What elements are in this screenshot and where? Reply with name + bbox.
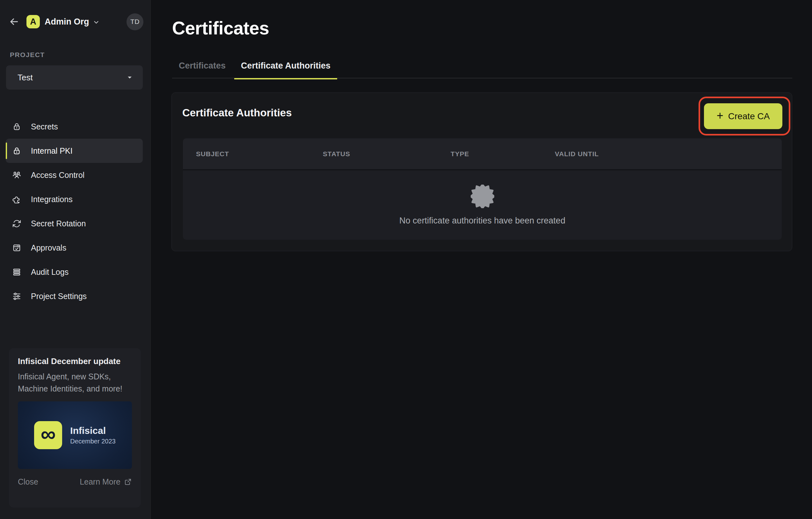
banner-brand: Infisical [70, 425, 115, 436]
update-card: Infisical December update Infisical Agen… [9, 348, 141, 508]
sidebar-item-secret-rotation[interactable]: Secret Rotation [6, 211, 143, 236]
infisical-logo: ∞ [34, 421, 62, 449]
stacked-rows-icon [12, 267, 21, 277]
tab-certificate-authorities[interactable]: Certificate Authorities [234, 54, 337, 79]
update-card-title: Infisical December update [18, 356, 132, 366]
arrow-left-icon [9, 17, 19, 27]
project-select-value: Test [18, 73, 33, 83]
org-name[interactable]: Admin Org [45, 17, 89, 27]
learn-more-link[interactable]: Learn More [80, 477, 132, 487]
project-select[interactable]: Test [6, 65, 143, 90]
page-title: Certificates [172, 19, 269, 38]
ca-table: SUBJECT STATUS TYPE VALID UNTIL No certi… [183, 138, 782, 240]
sidebar-item-project-settings[interactable]: Project Settings [6, 284, 143, 308]
sidebar-item-label: Approvals [31, 243, 66, 253]
project-section-label: PROJECT [10, 51, 45, 59]
org-avatar[interactable]: A [26, 15, 40, 28]
create-ca-label: Create CA [728, 111, 770, 121]
seal-starburst-icon [471, 184, 494, 208]
sidebar-nav: Secrets Internal PKI [6, 114, 143, 308]
sidebar: A Admin Org TD PROJECT Test [0, 0, 151, 519]
empty-state-text: No certificate authorities have been cre… [399, 216, 566, 226]
column-header-status: STATUS [323, 150, 451, 158]
sidebar-item-internal-pki[interactable]: Internal PKI [6, 139, 143, 163]
sidebar-item-access-control[interactable]: Access Control [6, 163, 143, 187]
ca-table-empty-state: No certificate authorities have been cre… [183, 171, 782, 240]
plus-icon: + [717, 110, 723, 121]
column-header-type: TYPE [451, 150, 555, 158]
org-bar: A Admin Org TD [9, 13, 143, 30]
puzzle-icon [12, 195, 21, 204]
banner-text: Infisical December 2023 [70, 425, 115, 445]
main-content: Certificates Certificates Certificate Au… [151, 0, 812, 519]
learn-more-label: Learn More [80, 477, 120, 487]
close-button[interactable]: Close [18, 477, 38, 487]
infinity-icon: ∞ [41, 423, 56, 444]
banner-subtitle: December 2023 [70, 438, 115, 445]
user-avatar[interactable]: TD [126, 13, 143, 30]
rotate-icon [12, 219, 21, 228]
create-ca-button[interactable]: + Create CA [704, 103, 782, 129]
sidebar-item-secrets[interactable]: Secrets [6, 114, 143, 139]
sidebar-item-label: Secrets [31, 122, 58, 131]
sidebar-item-label: Integrations [31, 195, 72, 204]
section-title: Certificate Authorities [182, 107, 292, 119]
lock-icon [12, 146, 21, 155]
column-header-subject: SUBJECT [183, 150, 323, 158]
window-check-icon [12, 243, 21, 253]
chevron-down-icon[interactable] [93, 19, 100, 26]
certificate-authorities-card: Certificate Authorities + Create CA SUBJ… [171, 92, 792, 251]
sidebar-item-label: Internal PKI [31, 146, 72, 155]
sidebar-item-label: Access Control [31, 171, 84, 180]
sidebar-item-label: Secret Rotation [31, 219, 86, 228]
sidebar-item-approvals[interactable]: Approvals [6, 236, 143, 260]
back-button[interactable] [9, 16, 20, 27]
external-link-icon [124, 478, 132, 486]
sidebar-item-label: Project Settings [31, 292, 87, 301]
caret-down-icon [125, 73, 134, 82]
users-icon [12, 171, 21, 180]
column-header-valid-until: VALID UNTIL [555, 150, 782, 158]
active-indicator-bar [6, 143, 7, 159]
sidebar-item-integrations[interactable]: Integrations [6, 187, 143, 211]
tab-certificates[interactable]: Certificates [172, 54, 232, 79]
update-card-body: Infisical Agent, new SDKs, Machine Ident… [18, 370, 132, 395]
ca-table-header: SUBJECT STATUS TYPE VALID UNTIL [183, 138, 782, 170]
sidebar-item-label: Audit Logs [31, 267, 68, 277]
tab-bar: Certificates Certificate Authorities [172, 54, 792, 79]
sliders-icon [12, 292, 21, 301]
update-card-footer: Close Learn More [18, 477, 132, 487]
lock-icon [12, 122, 21, 131]
sidebar-item-audit-logs[interactable]: Audit Logs [6, 260, 143, 284]
update-banner-image: ∞ Infisical December 2023 [18, 401, 132, 469]
